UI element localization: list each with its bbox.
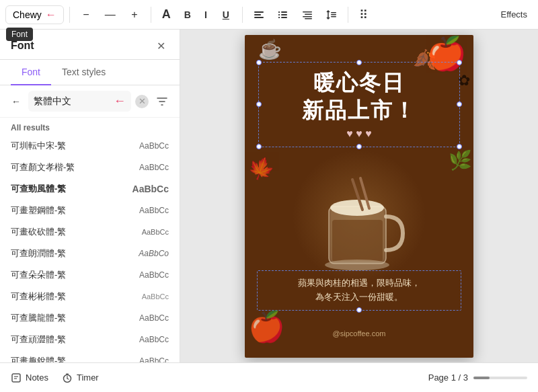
font-list: 可圳転中宋-繁 AaBbCc 可查顏文孝楷-繁 AaBbCc 可查勁風體-繁 A… <box>0 135 180 362</box>
svg-rect-14 <box>331 14 336 15</box>
font-item-5[interactable]: 可查朗潤體-繁 AaBbCo <box>0 243 180 264</box>
canvas-area: ☕ 🍂 🍎 ✿ 暖心冬日 新品上市！ ♥ ♥ ♥ <box>180 30 538 362</box>
sidebar-tabs: Font Text styles <box>0 60 180 85</box>
svg-rect-29 <box>66 373 69 375</box>
handle-tr[interactable] <box>457 60 462 65</box>
canvas-scroll: ☕ 🍂 🍎 ✿ 暖心冬日 新品上市！ ♥ ♥ ♥ <box>180 30 538 362</box>
font-underline-button[interactable]: U <box>215 4 237 26</box>
timer-icon <box>62 373 73 383</box>
svg-rect-6 <box>281 14 287 15</box>
svg-rect-10 <box>305 13 312 15</box>
font-item-6[interactable]: 可查朵朵體-繁 AaBbCc <box>0 264 180 286</box>
svg-rect-13 <box>331 12 336 13</box>
poster-title-line1: 暖心冬日 <box>267 69 451 97</box>
font-tooltip: Font <box>6 28 33 41</box>
font-item-7[interactable]: 可查彬彬體-繁 AaBbCc <box>0 286 180 307</box>
poster-title-line2: 新品上市！ <box>267 97 451 125</box>
handle-bl[interactable] <box>256 144 262 149</box>
line-spacing-button[interactable] <box>321 4 342 26</box>
toolbar-separator-1 <box>69 7 70 23</box>
poster-desc-line1: 蘋果與肉桂的相遇，限時品味， <box>264 276 454 290</box>
results-label: All results <box>0 118 180 135</box>
svg-rect-2 <box>254 17 264 18</box>
search-row: ← ← ✕ <box>0 85 180 118</box>
poster-desc-line2: 為冬天注入一份甜暖。 <box>264 290 454 305</box>
deco-leaves-left-icon: 🍁 <box>245 152 278 185</box>
font-bold-button[interactable]: B <box>179 7 196 23</box>
search-arrow-icon: ← <box>114 94 126 108</box>
font-style-A-button[interactable]: A <box>157 5 176 24</box>
main-toolbar: Chewy ← Font − — + A B I U <box>0 0 538 30</box>
toolbar-separator-2 <box>151 7 151 23</box>
notes-icon <box>11 373 22 383</box>
svg-rect-12 <box>305 18 312 19</box>
toolbar-separator-3 <box>242 7 243 23</box>
tab-text-styles[interactable]: Text styles <box>51 60 116 85</box>
svg-rect-5 <box>278 14 280 15</box>
notes-label: Notes <box>26 373 48 383</box>
font-search-input[interactable] <box>34 96 110 107</box>
svg-line-28 <box>67 379 69 379</box>
font-item-2[interactable]: 可查勁風體-繁 AaBbCc <box>0 178 180 200</box>
desc-handle-bm[interactable] <box>356 307 362 313</box>
list-button[interactable] <box>272 4 294 26</box>
font-italic-button[interactable]: I <box>199 7 213 23</box>
svg-rect-11 <box>303 16 312 17</box>
handle-bm[interactable] <box>356 144 362 149</box>
font-size-increase-button[interactable]: + <box>124 4 145 26</box>
page-slider[interactable] <box>473 377 527 379</box>
page-slider-fill <box>473 377 490 379</box>
poster[interactable]: ☕ 🍂 🍎 ✿ 暖心冬日 新品上市！ ♥ ♥ ♥ <box>245 35 473 358</box>
svg-rect-23 <box>12 374 20 382</box>
font-size-separator: — <box>100 4 121 26</box>
handle-tm[interactable] <box>356 60 362 65</box>
main-content: Font ✕ Font Text styles ← ← ✕ All result… <box>0 30 538 362</box>
handle-br[interactable] <box>457 144 462 149</box>
font-item-8[interactable]: 可查騰龍體-繁 AaBbCc <box>0 307 180 329</box>
search-clear-button[interactable]: ✕ <box>135 95 149 108</box>
font-item-9[interactable]: 可查頑澀體-繁 AaBbCc <box>0 329 180 350</box>
toolbar-separator-4 <box>348 7 348 23</box>
page-info: Page 1 / 3 <box>428 373 527 383</box>
back-button[interactable]: ← <box>8 93 24 110</box>
font-item-1[interactable]: 可查顏文孝楷-繁 AaBbCc <box>0 157 180 178</box>
deco-leaves-right-icon: 🌿 <box>449 149 472 171</box>
handle-tl[interactable] <box>256 60 262 65</box>
font-arrow-icon: ← <box>46 9 56 21</box>
poster-desc-box[interactable]: 蘋果與肉桂的相遇，限時品味， 為冬天注入一份甜暖。 <box>257 270 461 311</box>
font-selector[interactable]: Chewy ← Font <box>5 5 64 24</box>
font-item-3[interactable]: 可畫塑鋼體-繁 AaBbCc <box>0 200 180 221</box>
timer-button[interactable]: Timer <box>62 373 99 383</box>
poster-title-box[interactable]: 暖心冬日 新品上市！ ♥ ♥ ♥ <box>258 62 460 147</box>
handle-rm[interactable] <box>457 102 462 107</box>
font-item-10[interactable]: 可畫趣銳體-繁 AaBbCc <box>0 350 180 362</box>
indent-button[interactable] <box>297 4 318 26</box>
page-number: Page 1 / 3 <box>428 373 468 383</box>
font-item-4[interactable]: 可畫砍砍體-繁 AaBbCc <box>0 221 180 243</box>
effects-button[interactable]: Effects <box>495 7 533 22</box>
svg-rect-15 <box>331 16 336 17</box>
poster-image-area <box>292 149 426 284</box>
notes-button[interactable]: Notes <box>11 373 48 383</box>
font-name-label: Chewy <box>13 9 42 20</box>
sidebar-title: Font <box>11 40 34 52</box>
filter-button[interactable] <box>153 92 171 111</box>
coffee-mug-svg <box>312 159 406 274</box>
font-size-decrease-button[interactable]: − <box>75 4 97 26</box>
svg-rect-3 <box>278 11 280 13</box>
deco-cup-icon: ☕ <box>258 38 282 61</box>
tab-font[interactable]: Font <box>11 60 51 85</box>
more-options-button[interactable]: ⠿ <box>354 4 375 26</box>
handle-lm[interactable] <box>256 102 262 107</box>
svg-rect-8 <box>281 17 287 18</box>
svg-point-18 <box>330 200 384 216</box>
svg-rect-4 <box>281 11 287 13</box>
timer-label: Timer <box>77 373 99 383</box>
align-button[interactable] <box>248 4 270 26</box>
deco-apple-bottom-icon: 🍎 <box>248 309 285 344</box>
font-item-0[interactable]: 可圳転中宋-繁 AaBbCc <box>0 135 180 157</box>
poster-website: @sipcoffee.com <box>245 329 473 338</box>
svg-rect-0 <box>254 11 264 13</box>
sidebar-close-button[interactable]: ✕ <box>153 38 169 54</box>
svg-rect-7 <box>278 17 280 18</box>
